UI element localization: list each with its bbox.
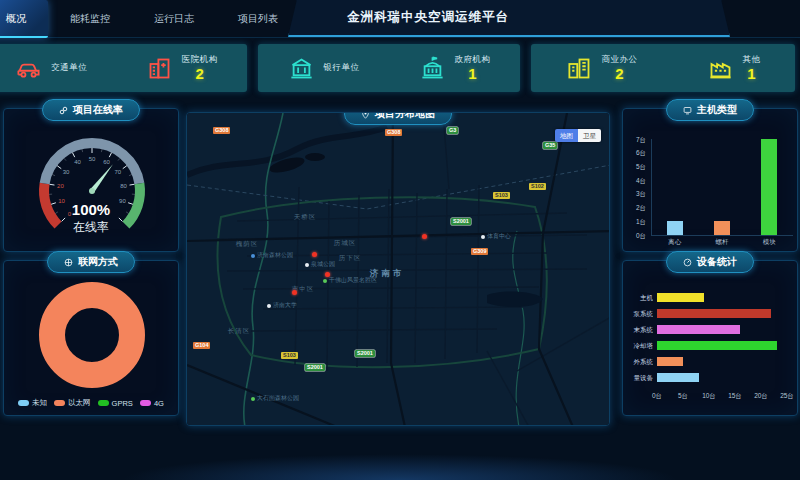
- legend-label: 4G: [154, 399, 164, 408]
- poi-marker: 济南大学: [267, 301, 297, 310]
- y-tick: 6台: [636, 149, 646, 158]
- row-label-泵系统: 泵系统: [629, 310, 653, 319]
- stat-hospital: 医院机构2: [146, 54, 218, 82]
- online-rate-title-text: 项目在线率: [73, 103, 123, 117]
- stat-value: 2: [615, 66, 623, 82]
- gauge-value: 100%: [4, 201, 178, 218]
- legend-swatch: [54, 400, 65, 406]
- map-type-toggle: 地图 卫星: [555, 129, 601, 142]
- poi-dot: [267, 304, 271, 308]
- gauge-caption: 在线率: [4, 219, 178, 236]
- road-badge-S2001: S2001: [451, 218, 471, 225]
- network-title-text: 联网方式: [78, 255, 118, 269]
- network-panel-title: 联网方式: [47, 251, 135, 273]
- district-label: 槐荫区: [236, 240, 259, 249]
- road-badge-S103: S103: [281, 352, 298, 359]
- stats-row: 交通单位医院机构2银行单位政府机构1商业办公2其他1: [0, 44, 800, 92]
- svg-text:30: 30: [63, 169, 70, 175]
- legend-label: 以太网: [68, 398, 91, 408]
- host-type-panel: 主机类型 0台1台2台3台4台5台6台7台离心螺杆模块: [622, 108, 798, 252]
- x-tick: 20台: [751, 392, 771, 401]
- y-tick: 3台: [636, 190, 646, 199]
- legend-swatch: [98, 400, 109, 406]
- x-tick: 0台: [647, 392, 667, 401]
- monitor-icon: [683, 106, 692, 115]
- stat-factory: 其他1: [707, 54, 761, 82]
- project-marker[interactable]: [292, 290, 297, 295]
- road-badge-S102: S102: [529, 183, 546, 190]
- legend-item-以太网[interactable]: 以太网: [54, 398, 91, 408]
- district-label: 历下区: [339, 254, 362, 263]
- poi-label: 泉城公园: [311, 260, 335, 269]
- road-badge-G35: G35: [543, 142, 557, 149]
- project-marker[interactable]: [312, 252, 317, 257]
- road-badge-G3: G3: [447, 127, 458, 134]
- network-legend: 未知以太网GPRS4G: [4, 398, 178, 408]
- legend-swatch: [18, 400, 29, 406]
- y-tick: 1台: [636, 218, 646, 227]
- road-badge-S2001: S2001: [305, 364, 325, 371]
- poi-label: 千佛山风景名胜区: [329, 276, 377, 285]
- district-label: 长清区: [228, 327, 251, 336]
- poi-dot: [251, 254, 255, 258]
- x-tick: 25台: [777, 392, 797, 401]
- row-label-量设备: 量设备: [629, 374, 653, 383]
- map-mode-button[interactable]: 地图: [555, 129, 578, 142]
- legend-item-4G[interactable]: 4G: [140, 398, 164, 408]
- x-tick: 5台: [673, 392, 693, 401]
- map-pin-icon: [361, 112, 370, 119]
- legend-item-未知[interactable]: 未知: [18, 398, 47, 408]
- poi-marker: 体育中心: [481, 232, 511, 241]
- poi-marker: 济南森林公园: [251, 251, 293, 260]
- host-type-panel-title: 主机类型: [666, 99, 754, 121]
- stat-card-3: 商业办公2其他1: [531, 44, 795, 92]
- legend-item-GPRS[interactable]: GPRS: [98, 398, 133, 408]
- poi-dot: [251, 397, 255, 401]
- y-tick: 5台: [636, 163, 646, 172]
- road-badge-S103: S103: [493, 192, 510, 199]
- tab-3[interactable]: 运行日志: [132, 0, 216, 38]
- y-tick: 2台: [636, 204, 646, 213]
- poi-label: 济南大学: [273, 301, 297, 310]
- host-type-title-text: 主机类型: [697, 103, 737, 117]
- government-icon: [419, 55, 446, 82]
- stat-label: 交通单位: [51, 62, 87, 74]
- svg-text:50: 50: [89, 156, 96, 162]
- bar-冷却塔: [657, 341, 777, 350]
- project-marker[interactable]: [422, 234, 427, 239]
- stat-bank: 银行单位: [288, 55, 360, 82]
- office-icon: [566, 55, 593, 82]
- map-panel: 项目分布地图 G308G308G3G35S102S103G309G104S103…: [186, 112, 610, 426]
- network-donut-chart: [4, 277, 180, 393]
- map-overlay: G308G308G3G35S102S103G309G104S103S2001S2…: [187, 113, 610, 426]
- svg-text:20: 20: [57, 183, 64, 189]
- device-stats-chart: 主机泵系统末系统冷却塔外系统量设备0台5台10台15台20台25台: [629, 289, 791, 411]
- legend-label: GPRS: [112, 399, 133, 408]
- svg-text:60: 60: [103, 159, 110, 165]
- y-tick: 0台: [636, 232, 646, 241]
- bar-离心: [667, 221, 683, 235]
- factory-icon: [707, 55, 734, 82]
- svg-text:70: 70: [115, 169, 122, 175]
- road-badge-S2001: S2001: [355, 350, 375, 357]
- stat-office: 商业办公2: [566, 54, 638, 82]
- device-stats-panel-title: 设备统计: [666, 251, 754, 273]
- row-label-末系统: 末系统: [629, 326, 653, 335]
- x-axis: [651, 235, 793, 236]
- tab-1[interactable]: 概况: [0, 0, 48, 38]
- project-marker[interactable]: [325, 272, 330, 277]
- platform-title: 金洲科瑞中央空调运维平台: [347, 9, 509, 26]
- x-tick: 模块: [755, 238, 783, 247]
- tab-4[interactable]: 项目列表: [216, 0, 300, 38]
- tab-2[interactable]: 能耗监控: [48, 0, 132, 38]
- bank-icon: [288, 55, 315, 82]
- road-badge-G308: G308: [385, 129, 402, 136]
- svg-text:80: 80: [120, 183, 127, 189]
- y-tick: 7台: [636, 136, 646, 145]
- stat-card-1: 交通单位医院机构2: [0, 44, 247, 92]
- row-label-外系统: 外系统: [629, 358, 653, 367]
- satellite-mode-button[interactable]: 卫星: [578, 129, 601, 142]
- bar-螺杆: [714, 221, 730, 235]
- x-tick: 15台: [725, 392, 745, 401]
- x-tick: 螺杆: [708, 238, 736, 247]
